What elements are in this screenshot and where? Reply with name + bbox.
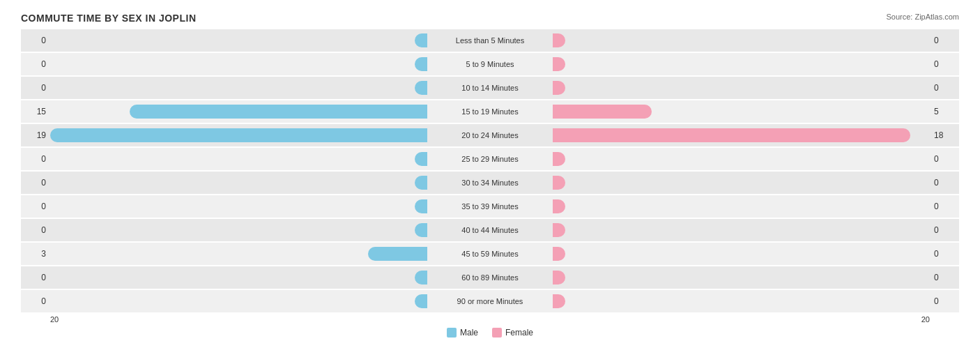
row-label: 60 to 89 Minutes (427, 273, 553, 282)
bar-area-right (553, 243, 930, 265)
value-right: 5 (930, 107, 959, 116)
bar-female (553, 33, 565, 47)
bar-female (553, 294, 565, 308)
bar-female (553, 223, 565, 237)
bar-area-left (50, 243, 427, 265)
bar-female (553, 105, 652, 119)
bar-area-left (50, 290, 427, 312)
value-left: 19 (21, 130, 50, 140)
bar-female (553, 247, 565, 261)
bar-male (415, 294, 427, 308)
bar-area-right (553, 172, 930, 194)
chart-title: COMMUTE TIME BY SEX IN JOPLIN (21, 13, 959, 24)
bar-area-right (553, 29, 930, 52)
value-left: 0 (21, 154, 50, 164)
table-row: 3 45 to 59 Minutes 0 (21, 243, 959, 265)
bar-area-right (553, 100, 930, 123)
value-right: 0 (930, 36, 959, 45)
bar-female (553, 176, 565, 190)
legend-male: Male (447, 328, 478, 338)
legend-female: Female (492, 328, 533, 338)
value-left: 0 (21, 83, 50, 93)
bar-area-left (50, 195, 427, 218)
bar-female (553, 199, 565, 213)
bar-male (415, 57, 427, 71)
bar-male (130, 105, 427, 119)
table-row: 0 Less than 5 Minutes 0 (21, 29, 959, 52)
bar-male (415, 81, 427, 95)
bar-area-left (50, 77, 427, 99)
table-row: 19 20 to 24 Minutes 18 (21, 124, 959, 146)
chart-container: COMMUTE TIME BY SEX IN JOPLIN Source: Zi… (0, 0, 980, 364)
bar-area-left (50, 219, 427, 241)
axis-right: 20 (921, 315, 930, 324)
value-right: 0 (930, 225, 959, 235)
row-label: 10 to 14 Minutes (427, 84, 553, 92)
bar-area-right (553, 219, 930, 241)
value-right: 0 (930, 83, 959, 93)
bar-area-right (553, 77, 930, 99)
row-label: 90 or more Minutes (427, 297, 553, 305)
bar-area-right (553, 290, 930, 312)
bar-male (415, 271, 427, 285)
bar-male (415, 199, 427, 213)
value-left: 0 (21, 225, 50, 235)
bar-male (415, 223, 427, 237)
bar-area-right (553, 148, 930, 170)
value-right: 0 (930, 202, 959, 211)
row-label: 30 to 34 Minutes (427, 179, 553, 187)
table-row: 0 5 to 9 Minutes 0 (21, 53, 959, 75)
female-color-box (492, 328, 502, 338)
bar-area-left (50, 124, 427, 146)
value-left: 3 (21, 249, 50, 259)
bar-male (415, 152, 427, 166)
value-right: 0 (930, 296, 959, 306)
value-left: 0 (21, 178, 50, 188)
bar-female (553, 271, 565, 285)
value-left: 0 (21, 202, 50, 211)
bar-area-left (50, 172, 427, 194)
bar-female (553, 152, 565, 166)
value-right: 18 (930, 130, 959, 140)
row-label: 5 to 9 Minutes (427, 60, 553, 68)
chart-inner: 0 Less than 5 Minutes 0 0 5 to 9 Minutes… (21, 29, 959, 312)
value-right: 0 (930, 249, 959, 259)
bar-area-left (50, 266, 427, 289)
table-row: 0 30 to 34 Minutes 0 (21, 172, 959, 194)
value-right: 0 (930, 273, 959, 282)
row-label: Less than 5 Minutes (427, 36, 553, 45)
bar-male (415, 176, 427, 190)
value-left: 0 (21, 273, 50, 282)
male-label: Male (460, 328, 478, 338)
bar-area-right (553, 195, 930, 218)
table-row: 0 35 to 39 Minutes 0 (21, 195, 959, 218)
bar-female (553, 81, 565, 95)
row-label: 40 to 44 Minutes (427, 226, 553, 234)
female-label: Female (505, 328, 533, 338)
row-label: 45 to 59 Minutes (427, 250, 553, 258)
value-right: 0 (930, 154, 959, 164)
legend: Male Female (21, 328, 959, 338)
axis-left: 20 (50, 315, 59, 324)
bar-male (368, 247, 427, 261)
bar-area-right (553, 266, 930, 289)
value-left: 0 (21, 296, 50, 306)
bar-area-left (50, 29, 427, 52)
axis-row: 20 20 (21, 315, 959, 324)
table-row: 0 25 to 29 Minutes 0 (21, 148, 959, 170)
table-row: 0 40 to 44 Minutes 0 (21, 219, 959, 241)
source-label: Source: ZipAtlas.com (886, 13, 959, 21)
bar-area-left (50, 53, 427, 75)
bar-area-left (50, 100, 427, 123)
bar-area-left (50, 148, 427, 170)
table-row: 15 15 to 19 Minutes 5 (21, 100, 959, 123)
bar-male (50, 128, 427, 142)
value-left: 15 (21, 107, 50, 116)
bar-female (553, 128, 910, 142)
row-label: 25 to 29 Minutes (427, 155, 553, 163)
bar-area-right (553, 124, 930, 146)
value-left: 0 (21, 36, 50, 45)
male-color-box (447, 328, 457, 338)
bar-area-right (553, 53, 930, 75)
row-label: 35 to 39 Minutes (427, 202, 553, 211)
